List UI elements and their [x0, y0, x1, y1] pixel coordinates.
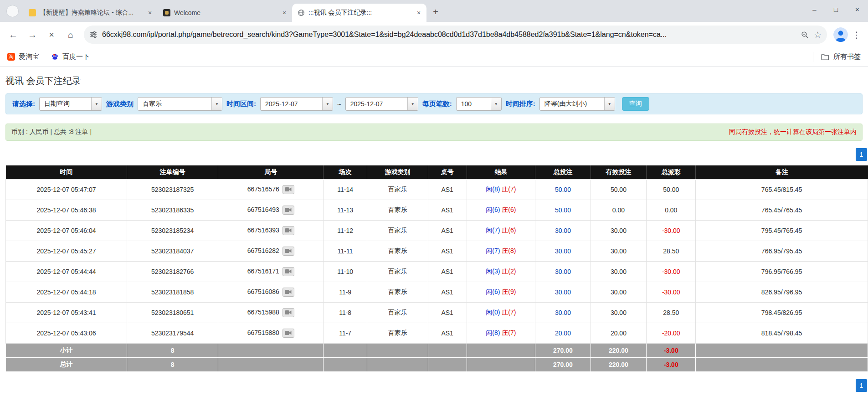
- total-bet-link[interactable]: 50.00: [555, 186, 571, 193]
- table-body: 2025-12-07 05:47:07 523023187325 6675165…: [6, 179, 868, 371]
- page-size-select[interactable]: 100 ▼: [456, 97, 502, 111]
- chevron-down-icon[interactable]: ▼: [491, 98, 501, 110]
- page-title: 视讯 会员下注纪录: [5, 75, 868, 87]
- bet-id-cell: 523023187325: [127, 179, 218, 200]
- query-type-select[interactable]: 日期查询 ▼: [39, 97, 102, 111]
- browser-tab-forum[interactable]: 【新提醒】海燕策略论坛 - 综合... ×: [23, 4, 158, 22]
- total-bet-link[interactable]: 30.00: [555, 288, 571, 296]
- tab-close-icon[interactable]: ×: [146, 9, 154, 17]
- time-cell: 2025-12-07 05:45:27: [6, 241, 127, 261]
- bet-records-table: 时间 注单编号 局号 场次 游戏类别 桌号 结果 总投注 有效投注 总派彩 备注…: [5, 165, 868, 372]
- banker-result: 庄(6): [502, 227, 516, 234]
- sort-order-value: 降幂(由大到小): [540, 98, 604, 110]
- player-result: 闲(7): [486, 247, 500, 254]
- valid-bet-cell: 0.00: [591, 200, 647, 220]
- total-bet-cell: 50.00: [535, 200, 591, 220]
- address-bar[interactable]: 66cxkj98.com/ipl/portal.php/game/betreco…: [84, 26, 827, 44]
- menu-icon[interactable]: ⋮: [850, 26, 863, 43]
- total-bet-link[interactable]: 30.00: [555, 247, 571, 255]
- video-replay-button[interactable]: [282, 329, 294, 338]
- globe-favicon-icon: [298, 9, 305, 16]
- chevron-down-icon[interactable]: ▼: [91, 98, 102, 110]
- page-number-button[interactable]: 1: [856, 148, 867, 161]
- bet-id-cell: 523023180651: [127, 302, 218, 323]
- payout-cell: 28.50: [647, 302, 696, 323]
- empty-cell: [696, 343, 868, 357]
- empty-cell: [428, 343, 467, 357]
- video-replay-button[interactable]: [282, 247, 294, 256]
- bookmark-taobao[interactable]: 淘 爱淘宝: [7, 52, 39, 61]
- url-text[interactable]: 66cxkj98.com/ipl/portal.php/game/betreco…: [102, 31, 796, 39]
- banker-result: 庄(2): [502, 268, 516, 275]
- video-replay-button[interactable]: [282, 226, 294, 235]
- maximize-button[interactable]: □: [825, 0, 847, 18]
- payout-cell: 0.00: [647, 200, 696, 220]
- column-header-valid-bet: 有效投注: [591, 165, 647, 179]
- home-button[interactable]: ⌂: [62, 26, 79, 43]
- round-cell: 667515880: [218, 323, 324, 343]
- tab-title: :::视讯 会员下注纪录:::: [308, 9, 411, 17]
- welcome-favicon-icon: [163, 9, 170, 16]
- total-bet-cell: 30.00: [535, 261, 591, 282]
- all-bookmarks[interactable]: 所有书签: [813, 52, 861, 62]
- chevron-down-icon[interactable]: ▼: [604, 98, 615, 110]
- sort-order-label: 时间排序:: [506, 100, 535, 108]
- total-bet-cell: 50.00: [535, 179, 591, 200]
- valid-bet-cell: 30.00: [591, 282, 647, 302]
- total-bet-cell: 20.00: [535, 323, 591, 343]
- note-cell: 765.45/765.45: [696, 200, 868, 220]
- bet-notice: 同局有效投注，统一计算在该局第一张注单内: [729, 128, 857, 136]
- tab-close-icon[interactable]: ×: [415, 9, 423, 17]
- tab-close-icon[interactable]: ×: [280, 9, 288, 17]
- bookmark-baidu[interactable]: 百度一下: [51, 52, 90, 61]
- minimize-button[interactable]: –: [804, 0, 825, 18]
- total-row: 总计 8 270.00 220.00 -3.00: [6, 357, 868, 371]
- sort-order-select[interactable]: 降幂(由大到小) ▼: [539, 97, 615, 111]
- browser-tab-welcome[interactable]: Welcome ×: [158, 4, 292, 22]
- page-number-button[interactable]: 1: [856, 379, 867, 392]
- total-bet-link[interactable]: 20.00: [555, 329, 571, 337]
- note-cell: 766.95/795.45: [696, 241, 868, 261]
- total-bet-link[interactable]: 30.00: [555, 227, 571, 234]
- banker-result: 庄(7): [502, 309, 516, 316]
- date-from-input[interactable]: 2025-12-07 ▼: [260, 97, 333, 111]
- tab-strip-profile-icon[interactable]: [6, 5, 19, 17]
- bookmarks-bar: 淘 爱淘宝 百度一下 所有书签: [0, 47, 868, 67]
- bookmark-star-icon[interactable]: ☆: [814, 30, 822, 40]
- chevron-down-icon[interactable]: ▼: [211, 98, 222, 110]
- player-result: 闲(6): [486, 206, 500, 213]
- new-tab-button[interactable]: +: [429, 5, 442, 18]
- video-replay-button[interactable]: [282, 308, 294, 317]
- video-replay-button[interactable]: [282, 185, 294, 194]
- chevron-down-icon[interactable]: ▼: [407, 98, 418, 110]
- close-window-button[interactable]: ×: [847, 0, 868, 18]
- query-type-value: 日期查询: [40, 98, 91, 110]
- total-bet-cell: 30.00: [535, 282, 591, 302]
- round-cell: 667516086: [218, 282, 324, 302]
- total-bet-link[interactable]: 30.00: [555, 309, 571, 316]
- total-bet-link[interactable]: 30.00: [555, 268, 571, 275]
- browser-tab-bet-records[interactable]: :::视讯 会员下注纪录::: ×: [292, 4, 426, 22]
- table-no-cell: AS1: [428, 261, 467, 282]
- video-replay-button[interactable]: [282, 206, 294, 215]
- forward-button[interactable]: →: [24, 26, 41, 43]
- time-cell: 2025-12-07 05:47:07: [6, 179, 127, 200]
- zoom-icon[interactable]: [801, 31, 809, 39]
- search-button[interactable]: 查询: [622, 97, 649, 111]
- video-replay-button[interactable]: [282, 267, 294, 276]
- video-replay-button[interactable]: [282, 288, 294, 297]
- date-to-input[interactable]: 2025-12-07 ▼: [345, 97, 418, 111]
- table-no-cell: AS1: [428, 241, 467, 261]
- empty-cell: [324, 357, 367, 371]
- total-bet-link[interactable]: 50.00: [555, 206, 571, 214]
- site-settings-icon[interactable]: [89, 31, 98, 39]
- chevron-down-icon[interactable]: ▼: [322, 98, 333, 110]
- game-type-select[interactable]: 百家乐 ▼: [138, 97, 222, 111]
- stop-button[interactable]: ×: [43, 26, 60, 43]
- bet-id-cell: 523023184037: [127, 241, 218, 261]
- table-row: 2025-12-07 05:45:27 523023184037 6675162…: [6, 241, 868, 261]
- profile-avatar[interactable]: [833, 27, 848, 42]
- back-button[interactable]: ←: [5, 26, 22, 43]
- round-id-text: 667516171: [247, 267, 279, 274]
- time-cell: 2025-12-07 05:43:06: [6, 323, 127, 343]
